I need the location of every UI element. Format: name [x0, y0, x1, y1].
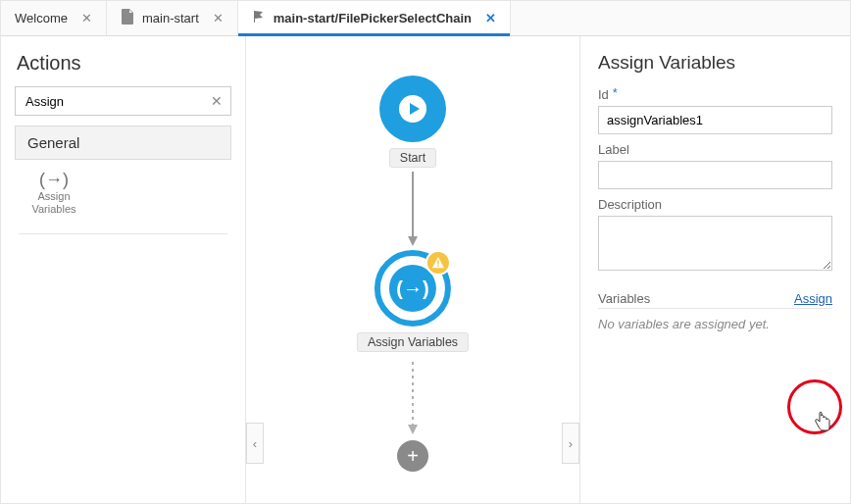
- connector-dashed: [406, 362, 420, 440]
- label-label: Label: [598, 142, 832, 157]
- plus-icon: +: [397, 440, 428, 472]
- tab-welcome[interactable]: Welcome ✕: [1, 1, 107, 35]
- assign-variables-icon: (→): [19, 174, 89, 186]
- flag-icon: [252, 10, 266, 26]
- clear-search-icon[interactable]: ✕: [211, 93, 223, 109]
- svg-rect-2: [437, 260, 438, 264]
- scroll-left-button[interactable]: ‹: [246, 423, 264, 464]
- svg-rect-3: [437, 266, 438, 267]
- search-input[interactable]: [24, 93, 211, 110]
- file-icon: [121, 9, 134, 27]
- tab-main-start[interactable]: main-start ✕: [107, 1, 238, 35]
- close-icon[interactable]: ✕: [213, 11, 224, 25]
- assign-link[interactable]: Assign: [794, 291, 832, 306]
- required-icon: *: [613, 85, 618, 100]
- close-icon[interactable]: ✕: [81, 11, 92, 25]
- group-general[interactable]: General: [15, 126, 231, 160]
- variables-label: Variables: [598, 291, 650, 306]
- tab-label: Welcome: [15, 11, 68, 25]
- close-icon[interactable]: ✕: [485, 11, 496, 25]
- add-node-button[interactable]: +: [397, 440, 428, 472]
- actions-title: Actions: [17, 52, 229, 75]
- description-field[interactable]: [598, 216, 832, 271]
- variables-empty-message: No variables are assigned yet.: [598, 317, 832, 331]
- chevron-right-icon: ›: [569, 436, 573, 451]
- tab-bar: Welcome ✕ main-start ✕ main-start/FilePi…: [1, 1, 850, 36]
- id-label: Id*: [598, 87, 832, 102]
- start-node-label: Start: [389, 148, 436, 168]
- inspector-title: Assign Variables: [598, 52, 832, 74]
- chevron-left-icon: ‹: [253, 436, 257, 451]
- description-label: Description: [598, 197, 832, 212]
- scroll-right-button[interactable]: ›: [562, 423, 579, 464]
- label-field[interactable]: [598, 161, 832, 189]
- divider: [19, 233, 227, 234]
- start-node[interactable]: Start: [379, 76, 446, 168]
- assign-variables-node-circle: (→): [375, 250, 451, 327]
- play-icon: [379, 76, 446, 142]
- assign-variables-node[interactable]: (→) Assign Variables: [357, 250, 469, 352]
- cursor-pointer-icon: [813, 411, 832, 435]
- palette-item-label: Assign Variables: [19, 190, 89, 216]
- assign-node-label: Assign Variables: [357, 332, 469, 352]
- highlight-circle: [787, 379, 842, 434]
- chain-canvas[interactable]: Start (→) Assign Variables: [246, 36, 579, 503]
- actions-panel: Actions ✕ General (→) Assign Variables: [1, 36, 246, 503]
- actions-search[interactable]: ✕: [15, 86, 231, 116]
- connector: [406, 172, 420, 250]
- tab-label: main-start: [142, 11, 199, 25]
- tab-label: main-start/FilePickerSelectChain: [274, 11, 472, 25]
- tab-chain[interactable]: main-start/FilePickerSelectChain ✕: [238, 1, 511, 35]
- warning-icon: [426, 250, 451, 276]
- palette-assign-variables[interactable]: (→) Assign Variables: [19, 174, 89, 216]
- id-field[interactable]: [598, 106, 832, 134]
- inspector-panel: Assign Variables Id* Label Description V…: [579, 36, 850, 503]
